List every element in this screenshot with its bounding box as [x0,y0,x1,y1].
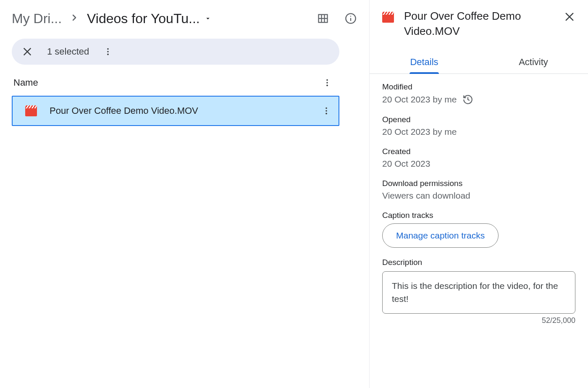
field-opened: Opened 20 Oct 2023 by me [382,115,575,137]
opened-value: 20 Oct 2023 by me [382,127,575,137]
list-header-more-button[interactable] [323,78,332,87]
svg-point-11 [107,54,109,55]
description-label: Description [382,258,575,267]
tab-details[interactable]: Details [370,51,479,73]
field-caption-tracks: Caption tracks Manage caption tracks [382,211,575,248]
description-char-count: 52/25,000 [382,316,575,325]
panel-tabs: Details Activity [370,51,588,74]
svg-point-15 [326,107,327,109]
info-icon [345,13,357,24]
breadcrumb: My Dri... Videos for YouTu... [12,8,361,29]
details-panel: Pour Over Coffee Demo Video.MOV Details … [370,0,588,388]
video-file-icon [25,105,37,116]
svg-point-13 [326,82,328,84]
description-input[interactable]: This is the description for the video, f… [382,271,575,314]
created-value: 20 Oct 2023 [382,159,575,169]
opened-label: Opened [382,115,575,124]
file-row[interactable]: Pour Over Coffee Demo Video.MOV [12,96,339,126]
more-vert-icon [323,78,332,87]
selection-bar: 1 selected [12,39,339,65]
breadcrumb-current-folder[interactable]: Videos for YouTu... [87,11,212,26]
field-created: Created 20 Oct 2023 [382,147,575,169]
column-name[interactable]: Name [13,77,38,88]
close-icon [564,11,575,23]
file-more-button[interactable] [322,106,331,115]
svg-point-6 [350,16,351,17]
breadcrumb-root[interactable]: My Dri... [12,11,62,26]
field-download-permissions: Download permissions Viewers can downloa… [382,179,575,201]
grid-icon [317,13,329,24]
panel-header: Pour Over Coffee Demo Video.MOV [382,8,575,39]
file-name: Pour Over Coffee Demo Video.MOV [50,105,309,116]
more-vert-icon [322,106,331,115]
panel-title: Pour Over Coffee Demo Video.MOV [404,8,554,39]
selection-more-button[interactable] [103,47,113,56]
caption-label: Caption tracks [382,211,575,220]
field-modified: Modified 20 Oct 2023 by me [382,82,575,105]
video-file-icon [382,12,394,23]
main-pane: My Dri... Videos for YouTu... 1 selected… [0,0,370,388]
info-button[interactable] [341,8,361,29]
field-description: Description This is the description for … [382,258,575,325]
list-header: Name [12,77,339,96]
history-icon[interactable] [462,94,473,105]
svg-point-17 [326,113,327,115]
download-value: Viewers can download [382,191,575,201]
folder-name: Videos for YouTu... [87,11,200,26]
close-panel-button[interactable] [564,8,575,23]
more-vert-icon [103,47,113,56]
selection-count: 1 selected [47,46,89,57]
svg-point-14 [326,85,328,87]
modified-value: 20 Oct 2023 by me [382,94,575,105]
clear-selection-button[interactable] [22,46,33,57]
layout-grid-button[interactable] [313,8,333,29]
svg-point-9 [107,48,109,50]
close-icon [22,46,33,57]
svg-point-16 [326,110,327,112]
svg-point-12 [326,79,328,81]
details-body: Modified 20 Oct 2023 by me Opened 20 Oct… [382,74,575,335]
modified-label: Modified [382,82,575,92]
caret-down-icon [204,15,212,22]
download-label: Download permissions [382,179,575,188]
tab-activity[interactable]: Activity [479,51,588,73]
created-label: Created [382,147,575,156]
svg-point-10 [107,51,109,52]
chevron-right-icon [69,13,79,24]
modified-text: 20 Oct 2023 by me [382,94,457,105]
manage-caption-tracks-button[interactable]: Manage caption tracks [382,223,499,248]
